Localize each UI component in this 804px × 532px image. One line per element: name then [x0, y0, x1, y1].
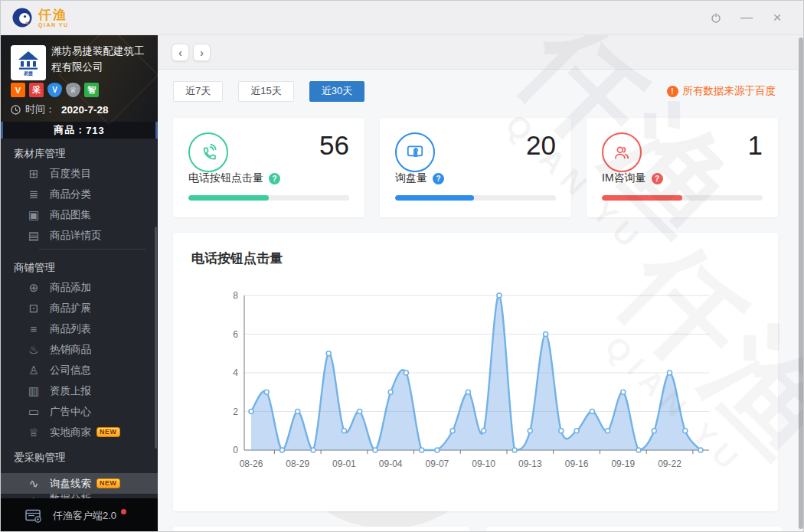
next-card-sliver-right [486, 527, 782, 532]
menu-section-1: 商铺管理⊕商品添加⊡商品扩展≡商品列表♨热销商品♙公司信息▥资质上报▭广告中心♕… [1, 253, 158, 442]
date-row: 时间： 2020-7-28 [11, 103, 109, 116]
sidebar-item-label: 实地商家 [50, 426, 91, 439]
sidebar-scrollbar-thumb[interactable] [155, 227, 157, 449]
svg-text:09-16: 09-16 [565, 459, 589, 469]
qualification-icon: ▥ [27, 384, 41, 398]
add-icon: ⊕ [27, 281, 41, 295]
main-scrollbar[interactable] [798, 38, 804, 530]
titlebar: 仟渔 QIAN YU — × [1, 1, 803, 35]
svg-text:09-07: 09-07 [426, 459, 449, 469]
client-footer[interactable]: 仟渔客户端2.0 [1, 498, 158, 532]
sidebar-item-公司信息[interactable]: ♙公司信息 [1, 360, 158, 380]
company-panel: 易捷 潍坊易捷装配建筑工程有限公司 V采V♕智 时间： 2020-7-28 [1, 35, 158, 122]
svg-text:08-29: 08-29 [286, 459, 309, 469]
sidebar-item-资质上报[interactable]: ▥资质上报 [1, 380, 158, 401]
stat-progress-fill [188, 195, 269, 201]
chevron-right-icon: › [200, 47, 204, 58]
cert-badge-0: V [11, 83, 25, 97]
sidebar-item-广告中心[interactable]: ▭广告中心 [1, 401, 158, 422]
sidebar-item-label: 商品添加 [50, 281, 91, 295]
close-icon[interactable]: × [771, 11, 783, 24]
date-value: 2020-7-28 [61, 104, 109, 116]
menu-section-0: 素材库管理⊞百度类目≣商品分类▣商品图集▤商品详情页 [1, 139, 158, 246]
stat-progress-fill [395, 195, 474, 201]
cert-badge-3: ♕ [66, 83, 80, 97]
next-card-sliver-left [173, 527, 469, 532]
minimize-icon[interactable]: — [740, 11, 753, 24]
sidebar-item-label: 广告中心 [50, 405, 91, 419]
forward-button[interactable]: › [193, 44, 211, 61]
power-icon[interactable] [710, 11, 722, 24]
company-logo-label: 易捷 [24, 71, 33, 76]
stat-label: IM咨询量 [602, 171, 646, 185]
stat-value: 1 [748, 130, 763, 161]
sidebar-item-商品分类[interactable]: ≣商品分类 [1, 184, 158, 204]
stat-progress-track [395, 195, 556, 201]
sidebar-item-商品列表[interactable]: ≡商品列表 [1, 318, 158, 339]
app-logo: 仟渔 QIAN YU [11, 7, 69, 28]
data-source-notice: ! 所有数据来源于百度 [667, 84, 776, 98]
hot-icon: ♨ [27, 343, 41, 357]
expand-icon: ⊡ [27, 302, 41, 315]
sidebar-item-商品图集[interactable]: ▣商品图集 [1, 204, 158, 225]
svg-text:8: 8 [233, 290, 238, 301]
tab-range-2[interactable]: 近30天 [309, 81, 364, 102]
cert-badge-2: V [47, 83, 62, 97]
tab-range-1[interactable]: 近15天 [238, 81, 293, 102]
stat-progress-track [188, 195, 349, 201]
products-count: 713 [86, 125, 105, 136]
cert-badge-4: 智 [84, 83, 99, 97]
certification-badges: V采V♕智 [11, 83, 99, 97]
company-name: 潍坊易捷装配建筑工程有限公司 [51, 43, 152, 75]
phone-clicks-chart[interactable]: 0246808-2608-2909-0109-0409-0709-1009-13… [211, 286, 755, 476]
crown-icon: ♕ [27, 426, 41, 439]
sidebar-item-商品添加[interactable]: ⊕商品添加 [1, 277, 158, 298]
sidebar-item-label: 热销商品 [50, 343, 91, 357]
svg-text:09-22: 09-22 [658, 459, 681, 469]
sidebar-item-label: 商品列表 [50, 322, 91, 336]
clock-icon [11, 105, 21, 115]
app-window: 仟渔 QIAN YU — × 易捷 潍 [0, 0, 804, 532]
tab-range-0[interactable]: 近7天 [173, 81, 223, 102]
app-logo-text: 仟渔 QIAN YU [38, 8, 69, 28]
help-icon[interactable]: ? [433, 173, 444, 184]
fish-logo-icon [11, 7, 33, 28]
sidebar-item-label: 商品扩展 [50, 302, 91, 315]
stat-progress-fill [602, 195, 682, 201]
section-title: 爱采购管理 [1, 449, 158, 467]
menu-divider [39, 249, 145, 250]
phone-clicks-chart-card: 电话按钮点击量 0246808-2608-2909-0109-0409-0709… [173, 233, 778, 511]
nav-strip: ‹ › [158, 35, 804, 70]
phone-icon [188, 132, 228, 172]
sidebar-item-热销商品[interactable]: ♨热销商品 [1, 339, 158, 360]
stat-card-0: 56电话按钮点击量? [173, 118, 364, 217]
inquiry-route-icon: ∿ [27, 477, 41, 491]
products-label: 商品： [54, 123, 86, 137]
stat-value: 56 [319, 130, 349, 161]
sidebar-item-商品详情页[interactable]: ▤商品详情页 [1, 225, 158, 246]
date-label: 时间： [25, 103, 55, 116]
main-area: ‹ › 近7天近15天近30天 ! 所有数据来源于百度 56电话按钮点击量?20… [158, 35, 804, 532]
main-scrollbar-thumb[interactable] [799, 38, 803, 529]
im-icon [602, 132, 642, 172]
back-button[interactable]: ‹ [172, 44, 189, 61]
stat-card-1: 20询盘量? [380, 118, 571, 217]
chevron-left-icon: ‹ [178, 47, 182, 58]
help-icon[interactable]: ? [652, 173, 663, 184]
section-title: 素材库管理 [1, 145, 158, 163]
svg-text:2: 2 [233, 406, 238, 417]
client-version-label: 仟渔客户端2.0 [53, 509, 116, 523]
sidebar-item-实地商家[interactable]: ♕实地商家NEW [1, 422, 158, 442]
stat-card-2: 1IM咨询量? [587, 118, 778, 217]
sidebar-item-询盘线索[interactable]: ∿询盘线索NEW [1, 473, 158, 494]
window-controls: — × [710, 11, 793, 24]
sidebar-item-label: 公司信息 [50, 364, 91, 377]
stat-progress-track [602, 195, 763, 201]
sidebar-item-商品扩展[interactable]: ⊡商品扩展 [1, 298, 158, 318]
section-title: 商铺管理 [1, 259, 158, 277]
sidebar-menu: 素材库管理⊞百度类目≣商品分类▣商品图集▤商品详情页商铺管理⊕商品添加⊡商品扩展… [1, 139, 158, 504]
svg-text:0: 0 [233, 445, 238, 455]
help-icon[interactable]: ? [269, 173, 280, 184]
products-count-band: 商品：713 [1, 122, 158, 139]
sidebar-item-百度类目[interactable]: ⊞百度类目 [1, 163, 158, 184]
